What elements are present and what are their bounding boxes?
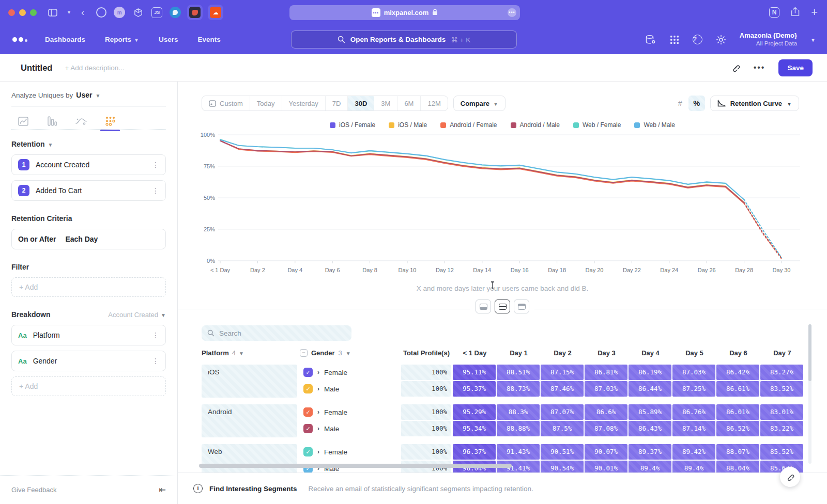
nav-item-reports[interactable]: Reports▼ (105, 36, 139, 43)
day-column-header[interactable]: Day 3 (585, 349, 629, 357)
retention-value-cell[interactable]: 88.3% (497, 404, 540, 420)
retention-value-cell[interactable]: 95.11% (453, 365, 496, 380)
cube-extension-icon[interactable] (133, 8, 143, 18)
analyze-by-chevron-icon[interactable]: ▼ (95, 93, 100, 99)
retention-value-cell[interactable]: 86.44% (629, 381, 671, 397)
retention-value-cell[interactable]: 88.51% (497, 365, 540, 380)
day-column-header[interactable]: Day 1 (497, 349, 541, 357)
project-chevron-icon[interactable]: ▼ (810, 37, 816, 43)
gender-cell[interactable]: ✓›Male (300, 384, 401, 393)
retention-step-card[interactable]: 1Account Created⋮ (11, 154, 166, 175)
day-column-header[interactable]: Day 7 (760, 349, 804, 357)
retention-value-cell[interactable]: 88.07% (716, 444, 759, 460)
retention-value-cell[interactable]: 95.29% (453, 404, 496, 420)
retention-value-cell[interactable]: 83.27% (760, 365, 803, 380)
retention-criteria-card[interactable]: On or After Each Day (11, 229, 166, 249)
apps-grid-icon[interactable] (670, 35, 679, 44)
global-search[interactable]: Open Reports & Dashboards ⌘ + K (291, 30, 517, 49)
legend-item[interactable]: Android / Male (511, 121, 560, 129)
table-only-view-button[interactable] (514, 300, 529, 313)
expand-row-icon[interactable]: › (317, 385, 319, 392)
day-column-header[interactable]: Day 2 (541, 349, 585, 357)
back-icon[interactable]: ‹ (81, 7, 84, 18)
series-checkbox[interactable]: ✓ (303, 384, 313, 393)
retention-value-cell[interactable]: 86.76% (672, 404, 715, 420)
nav-item-dashboards[interactable]: Dashboards (45, 36, 85, 43)
pinned-app-icon[interactable] (187, 5, 203, 20)
step-options-icon[interactable]: ⋮ (152, 161, 159, 169)
retention-value-cell[interactable]: 86.42% (716, 365, 759, 380)
minimize-window-button[interactable] (19, 9, 26, 16)
address-bar[interactable]: ••• mixpanel.com ••• (289, 5, 520, 20)
retention-value-cell[interactable]: 86.81% (585, 365, 627, 380)
retention-value-cell[interactable]: 87.25% (672, 381, 715, 397)
retention-value-cell[interactable]: 86.43% (629, 421, 671, 436)
expand-row-icon[interactable]: › (317, 425, 319, 432)
tab-insights[interactable] (14, 113, 32, 130)
retention-value-cell[interactable]: 88.88% (497, 421, 540, 436)
retention-value-cell[interactable]: 85.89% (629, 404, 671, 420)
compare-button[interactable]: Compare▼ (453, 96, 506, 111)
report-description-placeholder[interactable]: + Add description... (65, 64, 124, 72)
breakdown-card-gender[interactable]: AaGender⋮ (11, 351, 166, 371)
day-column-header[interactable]: Day 4 (629, 349, 672, 357)
report-title[interactable]: Untitled (21, 63, 52, 73)
gender-cell[interactable]: ✓›Female (300, 447, 401, 456)
retention-value-cell[interactable]: 87.03% (672, 365, 715, 380)
retention-value-cell[interactable]: 86.61% (716, 381, 759, 397)
retention-value-cell[interactable]: 83.01% (760, 404, 803, 420)
help-icon[interactable]: ? (693, 35, 702, 44)
retention-step-card[interactable]: 2Added To Cart⋮ (11, 180, 166, 201)
retention-value-cell[interactable]: 86.52% (716, 421, 759, 436)
horizontal-scrollbar[interactable] (199, 464, 512, 468)
retention-value-cell[interactable]: 96.37% (453, 444, 496, 460)
range-button-12m[interactable]: 12M (421, 96, 447, 111)
gender-cell[interactable]: ✓›Female (300, 368, 401, 377)
close-window-button[interactable] (8, 9, 15, 16)
platform-cell[interactable]: Android (202, 404, 297, 437)
day-column-header[interactable]: < 1 Day (453, 349, 497, 357)
retention-value-cell[interactable]: 86.01% (716, 404, 759, 420)
retention-value-cell[interactable]: 85.52% (760, 444, 803, 460)
tab-flows[interactable] (72, 113, 90, 130)
soundcloud-app-icon[interactable]: ☁ (208, 5, 223, 20)
retention-value-cell[interactable]: 87.46% (541, 381, 584, 397)
copy-link-icon[interactable] (731, 63, 740, 72)
retention-value-cell[interactable]: 87.5% (541, 421, 584, 436)
retention-section-heading[interactable]: Retention (11, 140, 45, 148)
legend-item[interactable]: Android / Female (440, 121, 497, 129)
mixpanel-logo[interactable] (12, 37, 27, 42)
series-checkbox[interactable]: ✓ (303, 407, 313, 417)
collapse-sidebar-icon[interactable]: ⇤ (159, 485, 166, 495)
expand-row-icon[interactable]: › (317, 408, 319, 416)
criteria-mode[interactable]: On or After (18, 235, 56, 243)
gender-cell[interactable]: ✓›Male (300, 424, 401, 433)
legend-item[interactable]: iOS / Male (389, 121, 427, 129)
chart-type-select[interactable]: Retention Curve▼ (710, 96, 799, 111)
save-button[interactable]: Save (778, 59, 813, 76)
absolute-values-button[interactable]: # (672, 96, 688, 111)
select-all-checkbox[interactable]: − (300, 349, 308, 357)
retention-value-cell[interactable]: 83.52% (760, 381, 803, 397)
retention-section-chevron-icon[interactable]: ▼ (48, 142, 53, 148)
retention-value-cell[interactable]: 86.19% (629, 365, 671, 380)
breakdown-options-icon[interactable]: ⋮ (152, 331, 159, 339)
share-link-fab[interactable] (780, 467, 800, 487)
platform-column-header[interactable]: Platform 4 ▼ (202, 349, 300, 357)
retention-value-cell[interactable]: 95.34% (453, 421, 496, 436)
chevron-down-icon[interactable]: ▼ (67, 10, 71, 15)
range-button-yesterday[interactable]: Yesterday (282, 96, 326, 111)
step-options-icon[interactable]: ⋮ (152, 186, 159, 195)
line-chart-svg[interactable] (218, 132, 800, 265)
retention-value-cell[interactable]: 95.37% (453, 381, 496, 397)
day-column-header[interactable]: Day 6 (716, 349, 760, 357)
zoom-window-button[interactable] (30, 9, 37, 16)
retention-value-cell[interactable]: 87.03% (585, 381, 627, 397)
footer-title[interactable]: Find Interesting Segments (209, 485, 297, 493)
new-tab-icon[interactable]: + (811, 6, 818, 19)
retention-value-cell[interactable]: 87.07% (541, 404, 584, 420)
retention-value-cell[interactable]: 89.42% (672, 444, 715, 460)
nav-item-events[interactable]: Events (197, 36, 220, 43)
range-button-today[interactable]: Today (250, 96, 282, 111)
retention-value-cell[interactable]: 86.6% (585, 404, 627, 420)
